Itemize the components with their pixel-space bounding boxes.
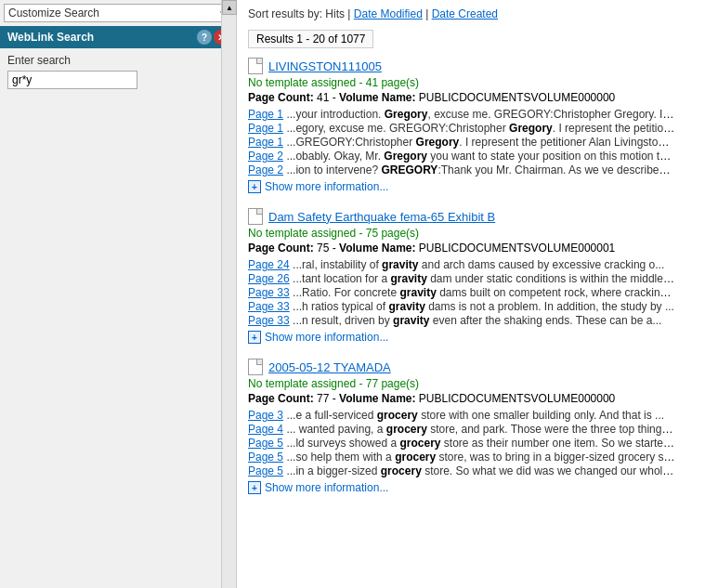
show-more-icon: + [248,331,261,344]
result-item: 2005-05-12 TYAMADA No template assigned … [248,359,694,494]
result-item: LIVINGSTON111005 No template assigned - … [248,58,694,193]
show-more-button[interactable]: + Show more information... [248,180,694,193]
page-result: Page 1 ...your introduction. Gregory, ex… [248,108,675,121]
page-result: Page 5 ...in a bigger-sized grocery stor… [248,464,675,477]
page-link[interactable]: Page 1 [248,108,283,121]
show-more-icon: + [248,180,261,193]
page-link[interactable]: Page 2 [248,163,283,176]
result-title-link[interactable]: LIVINGSTON111005 [268,59,382,73]
result-title-row: LIVINGSTON111005 [248,58,694,74]
document-icon [248,58,263,74]
customize-search-dropdown[interactable]: Customize Search ▼ [4,4,232,22]
weblink-search-header: WebLink Search ? ✕ [0,26,236,48]
document-icon [248,208,263,225]
sort-by-date-modified[interactable]: Date Modified [354,7,423,20]
result-pagecount: Page Count: 41 - Volume Name: PUBLICDOCU… [248,91,694,104]
enter-search-label: Enter search [0,48,236,69]
sort-label: Sort results by: Hits | [248,7,354,20]
show-more-button[interactable]: + Show more information... [248,481,694,494]
result-title-row: Dam Safety Earthquake fema-65 Exhibit B [248,208,694,225]
help-icon[interactable]: ? [197,30,212,45]
main-content: Sort results by: Hits | Date Modified | … [237,0,705,588]
show-more-label: Show more information... [265,180,388,193]
result-template: No template assigned - 75 page(s) [248,227,694,240]
page-link[interactable]: Page 5 [248,464,283,477]
page-link[interactable]: Page 4 [248,423,283,436]
weblink-search-title: WebLink Search [7,31,94,44]
page-link[interactable]: Page 26 [248,272,290,285]
sort-by-date-created[interactable]: Date Created [432,7,498,20]
customize-search-label: Customize Search [8,7,218,20]
page-link[interactable]: Page 24 [248,258,290,271]
page-link[interactable]: Page 2 [248,150,283,163]
page-link[interactable]: Page 1 [248,136,283,149]
result-title-row: 2005-05-12 TYAMADA [248,359,694,375]
result-title-link[interactable]: 2005-05-12 TYAMADA [268,360,391,374]
search-input[interactable]: gr*y [7,71,137,89]
page-result: Page 24 ...ral, instability of gravity a… [248,258,675,271]
page-result: Page 33 ...n result, driven by gravity e… [248,314,675,327]
page-link[interactable]: Page 33 [248,300,290,313]
page-result: Page 33 ...Ratio. For concrete gravity d… [248,286,675,299]
results-count-label: Results 1 - 20 of 1077 [248,30,373,48]
show-more-icon: + [248,481,261,494]
page-result: Page 4 ... wanted paving, a grocery stor… [248,423,675,436]
results-summary: Results 1 - 20 of 1077 [248,30,694,58]
page-result: Page 5 ...ld surveys showed a grocery st… [248,437,675,450]
result-template: No template assigned - 77 page(s) [248,377,694,390]
scroll-up-button[interactable]: ▲ [222,0,237,15]
result-template: No template assigned - 41 page(s) [248,76,694,89]
result-pagecount: Page Count: 75 - Volume Name: PUBLICDOCU… [248,242,694,255]
result-item: Dam Safety Earthquake fema-65 Exhibit B … [248,208,694,344]
document-icon [248,359,263,375]
page-link[interactable]: Page 1 [248,122,283,135]
result-title-link[interactable]: Dam Safety Earthquake fema-65 Exhibit B [268,210,495,224]
page-result: Page 26 ...tant location for a gravity d… [248,272,675,285]
sidebar: ▲ Customize Search ▼ WebLink Search ? ✕ … [0,0,237,588]
page-result: Page 2 ...obably. Okay, Mr. Gregory you … [248,150,675,163]
page-result: Page 1 ...egory, excuse me. GREGORY:Chri… [248,122,675,135]
page-result: Page 2 ...ion to intervene? GREGORY:Than… [248,163,675,176]
result-pagecount: Page Count: 77 - Volume Name: PUBLICDOCU… [248,392,694,405]
page-result: Page 1 ...GREGORY:Christopher Gregory. I… [248,136,675,149]
page-link[interactable]: Page 5 [248,451,283,464]
show-more-button[interactable]: + Show more information... [248,331,694,344]
page-result: Page 33 ...h ratios typical of gravity d… [248,300,675,313]
page-link[interactable]: Page 5 [248,437,283,450]
page-link[interactable]: Page 3 [248,409,283,422]
show-more-label: Show more information... [265,331,388,344]
show-more-label: Show more information... [265,481,388,494]
page-result: Page 5 ...so help them with a grocery st… [248,451,675,464]
sort-bar: Sort results by: Hits | Date Modified | … [248,7,694,24]
scrollbar[interactable]: ▲ [221,0,236,588]
page-result: Page 3 ...e a full-serviced grocery stor… [248,409,675,422]
page-link[interactable]: Page 33 [248,286,290,299]
page-link[interactable]: Page 33 [248,314,290,327]
